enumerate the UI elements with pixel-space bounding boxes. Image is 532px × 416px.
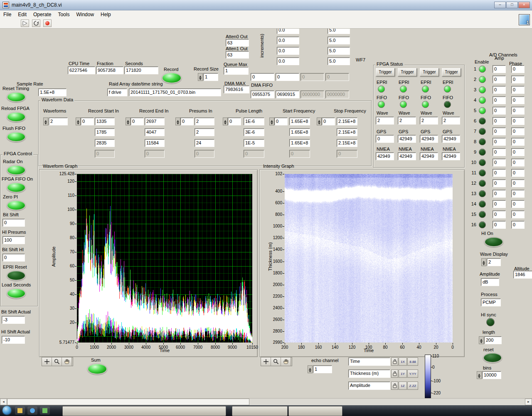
increment-col1-3[interactable]: 0.0 (277, 57, 299, 65)
intensity-crosshair-tool-icon[interactable] (261, 357, 271, 366)
menu-help[interactable]: Help (97, 11, 114, 18)
intensity-pan-tool-icon[interactable] (281, 357, 291, 366)
enable-led-7[interactable] (479, 128, 486, 135)
enable-led-15[interactable] (479, 211, 486, 218)
amp-input-1[interactable]: 0 (493, 65, 506, 73)
menu-file[interactable]: File (0, 11, 15, 18)
enable-led-2[interactable] (479, 76, 486, 83)
menu-edit[interactable]: Edit (15, 11, 30, 18)
stop-frequency-index-spinner[interactable] (317, 117, 322, 125)
amp-input-13[interactable]: 0 (493, 190, 506, 198)
phase-input-7[interactable]: 0 (511, 127, 525, 135)
amplitude-select[interactable]: dB (481, 278, 499, 286)
record-start-in-value-3[interactable]: 0 (95, 150, 115, 158)
record-start-in-value-1[interactable]: 1785 (95, 128, 115, 136)
phase-input-15[interactable]: 0 (511, 210, 525, 218)
trigger-button-1[interactable]: Trigger (376, 68, 395, 76)
amp-input-14[interactable]: 0 (493, 200, 506, 208)
scroll-left-arrow[interactable]: ◄ (0, 399, 7, 405)
stop-frequency-value-2[interactable]: 2.15E+8 (337, 139, 357, 147)
record-start-in-index-spinner[interactable] (76, 117, 81, 125)
presums-in-value-2[interactable]: 24 (195, 139, 214, 147)
bit-shift-input[interactable]: 0 (2, 219, 25, 227)
phase-input-6[interactable]: 0 (511, 117, 525, 125)
lock-icon-0[interactable] (391, 357, 398, 366)
start-frequency-index[interactable]: 0 (274, 117, 288, 125)
waveforms-spinner[interactable] (43, 117, 48, 125)
amp-input-6[interactable]: 0 (493, 117, 506, 125)
enable-led-3[interactable] (479, 86, 486, 93)
reset-button[interactable] (483, 352, 502, 363)
phase-input-16[interactable]: 0 (511, 221, 525, 229)
hi-on-button[interactable] (484, 237, 503, 247)
stop-frequency-value-3[interactable]: 0 (337, 150, 357, 158)
record-end-in-index-spinner[interactable] (126, 117, 131, 125)
record-end-in-value-2[interactable]: 11584 (145, 139, 165, 147)
record-size-input[interactable]: 1 (203, 73, 218, 81)
reload-fpga-button[interactable] (7, 112, 26, 122)
increment-col1-2[interactable]: 0.0 (277, 47, 299, 55)
enable-led-14[interactable] (479, 201, 486, 208)
stop-frequency-index[interactable]: 0 (322, 117, 335, 125)
autoscale-button-0[interactable]: 1X (399, 357, 407, 366)
hi-presums-input[interactable]: 100 (2, 236, 25, 244)
start-frequency-value-0[interactable]: 1.65E+8 (289, 117, 310, 125)
lock-icon-2[interactable] (391, 382, 398, 390)
taskbar-window-button[interactable] (232, 406, 288, 416)
run-button[interactable] (21, 20, 29, 27)
amp-input-4[interactable]: 0 (493, 96, 506, 104)
presums-in-value-0[interactable]: 2 (195, 117, 214, 125)
bit-shift-hi-input[interactable]: 0 (2, 254, 25, 262)
raid-file-path[interactable]: 20141111_171750_01_0703.bin (129, 88, 221, 96)
enable-led-9[interactable] (479, 149, 486, 156)
phase-input-9[interactable]: 0 (511, 148, 525, 156)
intensity-zoom-tool-icon[interactable] (271, 357, 281, 366)
reset-timing-button[interactable] (7, 92, 26, 102)
stop-frequency-value-1[interactable]: 2.15E+8 (337, 128, 357, 136)
record-size-spinner[interactable] (198, 73, 203, 81)
pulse-length-value-3[interactable]: 0 (244, 150, 264, 158)
format-button-1[interactable]: Y.YY (407, 370, 418, 378)
zero-pi-button[interactable] (7, 200, 26, 210)
phase-input-4[interactable]: 0 (511, 96, 525, 104)
autoscale-button-2[interactable]: 1Z (399, 382, 407, 390)
presums-in-value-1[interactable]: 2 (195, 128, 214, 136)
phase-input-3[interactable]: 0 (511, 86, 525, 94)
menu-operate[interactable]: Operate (30, 11, 54, 18)
trigger-button-2[interactable]: Trigger (398, 68, 417, 76)
amp-input-7[interactable]: 0 (493, 127, 506, 135)
amp-input-3[interactable]: 0 (493, 86, 506, 94)
phase-input-10[interactable]: 0 (511, 159, 525, 166)
phase-input-1[interactable]: 0 (511, 65, 525, 73)
phase-input-2[interactable]: 0 (511, 76, 525, 83)
enable-led-4[interactable] (479, 97, 486, 104)
stop-frequency-value-0[interactable]: 2.15E+8 (337, 117, 357, 125)
record-button[interactable] (162, 72, 182, 83)
menu-tools[interactable]: Tools (54, 11, 73, 18)
vi-icon[interactable]: 1 (519, 14, 530, 25)
length-input[interactable]: 200 (484, 336, 502, 344)
format-button-2[interactable]: Z.ZZ (407, 382, 418, 390)
start-frequency-index-spinner[interactable] (269, 117, 274, 125)
pinned-app-icon[interactable] (40, 406, 50, 415)
process-select[interactable]: PCMP (481, 299, 501, 306)
amp-input-11[interactable]: 0 (493, 169, 506, 177)
amp-input-2[interactable]: 0 (493, 76, 506, 83)
record-start-in-index[interactable]: 0 (81, 117, 94, 125)
record-end-in-value-1[interactable]: 4047 (145, 128, 165, 136)
phase-input-12[interactable]: 0 (511, 179, 525, 187)
format-button-0[interactable]: 8.88 (407, 357, 418, 366)
close-button[interactable]: × (518, 2, 530, 8)
enable-led-5[interactable] (479, 107, 486, 114)
pinned-app-icon[interactable] (15, 406, 25, 415)
length-spinner[interactable] (479, 336, 484, 344)
phase-input-13[interactable]: 0 (511, 190, 525, 198)
amp-input-15[interactable]: 0 (493, 210, 506, 218)
enable-led-11[interactable] (479, 169, 486, 176)
presums-in-index-spinner[interactable] (175, 117, 180, 125)
record-end-in-value-3[interactable]: 0 (145, 150, 165, 158)
waveform-zoom-tool-icon[interactable] (52, 357, 62, 366)
enable-led-16[interactable] (479, 221, 486, 228)
enable-led-10[interactable] (479, 159, 486, 166)
bins-spinner[interactable] (477, 371, 482, 379)
